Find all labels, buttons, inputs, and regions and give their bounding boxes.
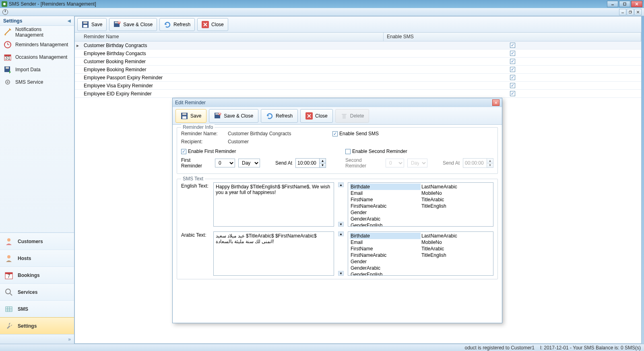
- cell-enable-sms[interactable]: [384, 91, 641, 96]
- field-item[interactable]: GenderEnglish: [350, 222, 421, 227]
- nav-item-bookings[interactable]: 7 Bookings: [0, 266, 74, 283]
- field-item[interactable]: FirstName: [350, 196, 421, 203]
- field-item[interactable]: Gender: [350, 209, 421, 216]
- field-item[interactable]: Birthdate: [350, 184, 421, 190]
- spin-up-icon[interactable]: ▲: [319, 159, 326, 163]
- field-item[interactable]: Email: [350, 239, 421, 246]
- field-item[interactable]: FirstNameArabic: [350, 252, 421, 258]
- table-row[interactable]: Employee Booking Reminder: [75, 66, 641, 74]
- table-row[interactable]: Employee EID Expiry Reminder: [75, 90, 641, 98]
- save-button[interactable]: Save: [77, 18, 107, 31]
- cell-enable-sms[interactable]: [384, 75, 641, 80]
- sms-text-fieldset: SMS Text English Text: Happy Birthday $T…: [177, 179, 498, 279]
- first-reminder-unit-select[interactable]: Day: [238, 159, 260, 167]
- scroll-up-icon[interactable]: ▲: [338, 231, 344, 236]
- dialog-refresh-button[interactable]: Refresh: [261, 109, 298, 123]
- first-send-at-time[interactable]: ▲▼: [295, 158, 326, 168]
- mdi-close-button[interactable]: [634, 9, 642, 15]
- first-reminder-number-select[interactable]: 0: [215, 159, 235, 167]
- time-input[interactable]: [296, 159, 319, 167]
- grid-col-name[interactable]: Reminder Name: [80, 33, 384, 41]
- nav-item-hosts[interactable]: Hosts: [0, 250, 74, 266]
- table-row[interactable]: ▸ Customer Birthday Congracts: [75, 41, 641, 50]
- svg-point-9: [4, 34, 6, 35]
- scroll-down-icon[interactable]: ▼: [338, 271, 344, 276]
- nav-item-label: Hosts: [18, 256, 31, 261]
- spin-down-icon[interactable]: ▼: [319, 163, 326, 168]
- cell-enable-sms[interactable]: [384, 51, 641, 56]
- scroll-down-icon[interactable]: ▼: [338, 222, 344, 227]
- field-item[interactable]: TitleEnglish: [421, 252, 491, 258]
- enable-first-reminder-checkbox[interactable]: Enable First Reminder: [181, 149, 329, 154]
- svg-point-19: [7, 81, 8, 83]
- field-item[interactable]: Email: [350, 190, 421, 196]
- table-row[interactable]: Employee Birthday Congacts: [75, 50, 641, 58]
- field-item[interactable]: Birthdate: [350, 233, 421, 239]
- dialog-close-button-tb[interactable]: Close: [300, 109, 333, 123]
- status-text-1: oduct is registered to Customer1: [464, 345, 534, 351]
- second-reminder-label: Second Reminder: [345, 157, 382, 169]
- sidebar-item-import[interactable]: Import Data: [0, 63, 74, 76]
- mdi-minimize-button[interactable]: [619, 9, 626, 15]
- sidebar-expander[interactable]: »: [0, 334, 74, 344]
- window-maximize-button[interactable]: [619, 1, 630, 7]
- cell-name: Customer Booking Reminder: [80, 59, 384, 64]
- nav-item-services[interactable]: Services: [0, 283, 74, 300]
- reminder-info-fieldset: Reminder Info Reminder Name: Customer Bi…: [177, 127, 498, 174]
- close-button[interactable]: Close: [197, 18, 228, 31]
- field-item[interactable]: TitleEnglish: [421, 203, 491, 209]
- window-close-button[interactable]: [631, 1, 642, 7]
- cell-enable-sms[interactable]: [384, 59, 641, 64]
- dialog-close-button[interactable]: ✕: [492, 99, 500, 106]
- enable-second-reminder-checkbox[interactable]: Enable Second Reminder: [345, 149, 493, 154]
- field-item[interactable]: TitleArabic: [421, 196, 491, 203]
- enable-send-sms-checkbox[interactable]: Enable Send SMS: [332, 131, 379, 136]
- field-item[interactable]: MobileNo: [421, 190, 491, 196]
- english-text-input[interactable]: Happy Birthday $TitleEnglish$ $FirstName…: [213, 182, 334, 227]
- window-minimize-button[interactable]: [607, 1, 618, 7]
- field-item[interactable]: GenderArabic: [350, 265, 421, 271]
- sidebar-item-notifications[interactable]: Notifications Management: [0, 26, 74, 38]
- grid-col-sms[interactable]: Enable SMS: [384, 33, 641, 41]
- field-item[interactable]: GenderEnglish: [350, 271, 421, 276]
- mdi-restore-button[interactable]: [627, 9, 634, 15]
- save-close-button[interactable]: ✕ Save & Close: [109, 18, 157, 31]
- field-item[interactable]: Gender: [350, 258, 421, 265]
- nav-item-settings[interactable]: Settings: [0, 317, 74, 334]
- scroll-up-icon[interactable]: ▲: [338, 182, 344, 187]
- field-item[interactable]: FirstNameArabic: [350, 203, 421, 209]
- sidebar-item-reminders[interactable]: Reminders Management: [0, 38, 74, 51]
- field-item[interactable]: FirstName: [350, 246, 421, 252]
- field-item[interactable]: MobileNo: [421, 239, 491, 246]
- table-row[interactable]: Customer Booking Reminder: [75, 58, 641, 66]
- english-fields-list[interactable]: BirthdateEmailFirstNameFirstNameArabicGe…: [348, 182, 493, 227]
- field-item[interactable]: GenderArabic: [350, 216, 421, 222]
- field-item[interactable]: LastNameArabic: [421, 184, 491, 190]
- field-item[interactable]: LastNameArabic: [421, 233, 491, 239]
- field-item[interactable]: TitleArabic: [421, 246, 491, 252]
- refresh-button[interactable]: Refresh: [159, 18, 195, 31]
- cell-name: Employee Booking Reminder: [80, 67, 384, 72]
- checkbox-icon: [510, 51, 515, 56]
- sidebar-item-occasions[interactable]: 31 Occasions Management: [0, 51, 74, 63]
- table-row[interactable]: Employee Passport Expiry Reminder: [75, 74, 641, 82]
- table-row[interactable]: Employee Visa Expiry Reminder: [75, 82, 641, 90]
- nav-item-sms[interactable]: SMS: [0, 300, 74, 317]
- dialog-save-button[interactable]: Save: [175, 109, 206, 123]
- clock-icon: [2, 9, 8, 15]
- arabic-fields-list[interactable]: BirthdateEmailFirstNameFirstNameArabicGe…: [348, 231, 493, 276]
- button-label: Refresh: [173, 22, 190, 27]
- svg-rect-43: [182, 116, 186, 119]
- arabic-text-input[interactable]: عيد ميلاد سعيد $TitleArabic$ $FirstNameA…: [213, 231, 334, 276]
- sidebar-item-sms-service[interactable]: SMS Service: [0, 76, 74, 88]
- cell-enable-sms[interactable]: [384, 43, 641, 48]
- sidebar-header[interactable]: Settings ◀: [0, 16, 74, 26]
- cell-enable-sms[interactable]: [384, 83, 641, 88]
- dialog-titlebar[interactable]: Edit Reminder ✕: [173, 98, 502, 107]
- cell-enable-sms[interactable]: [384, 67, 641, 72]
- main-toolbar: Save ✕ Save & Close Refresh Close: [75, 17, 641, 33]
- dialog-save-close-button[interactable]: ✕ Save & Close: [209, 109, 258, 123]
- nav-item-customers[interactable]: Customers: [0, 233, 74, 250]
- close-icon: [202, 21, 209, 28]
- button-label: Save: [91, 22, 102, 27]
